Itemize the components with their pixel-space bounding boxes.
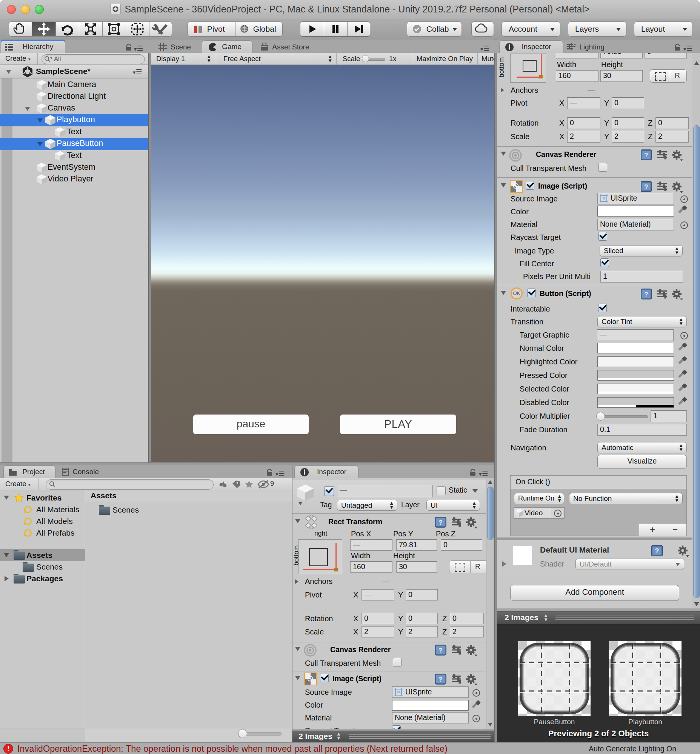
svg-text:?: ? [655,547,659,555]
